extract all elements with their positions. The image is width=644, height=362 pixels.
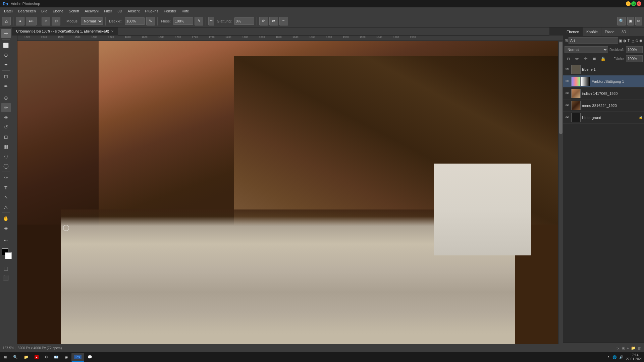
vertical-scrollbar[interactable] — [558, 41, 563, 347]
text-tool[interactable]: T — [1, 183, 11, 192]
screen-mode-btn[interactable]: ⬛ — [1, 273, 11, 283]
blur-tool[interactable]: ◌ — [1, 152, 11, 161]
angle-btn[interactable]: ⟳ — [259, 17, 268, 25]
workspace-btn[interactable]: ▣ — [627, 17, 634, 25]
flow-input[interactable] — [173, 17, 193, 25]
arrange-btn[interactable]: ⧉ — [635, 17, 642, 25]
brush-size-btn[interactable]: ●94 — [26, 17, 37, 25]
canvas-area[interactable]: 1520 1540 1560 1580 1600 1620 1640 1660 … — [12, 36, 563, 352]
tab-close-btn[interactable]: ✕ — [111, 29, 114, 33]
menu-fenster[interactable]: Fenster — [161, 8, 179, 14]
spot-healing-tool[interactable]: ⊕ — [1, 93, 11, 103]
lock-artboard-btn[interactable]: ⊞ — [591, 55, 598, 62]
clone-stamp-tool[interactable]: ⊚ — [1, 113, 11, 122]
menu-bild[interactable]: Bild — [39, 8, 50, 14]
v-scroll-thumb[interactable] — [559, 42, 562, 134]
lock-position-btn[interactable]: ✛ — [582, 55, 589, 62]
menu-plugins[interactable]: Plug-ins — [142, 8, 161, 14]
layer-visibility-farbton[interactable]: 👁 — [565, 79, 570, 84]
taskbar-app1[interactable]: ● — [32, 353, 41, 362]
lock-transparent-btn[interactable]: ⊡ — [565, 55, 572, 62]
extra-tools-btn[interactable]: ••• — [1, 235, 11, 245]
document-tab[interactable]: Unbenannt-1 bei 168% (Farbton/Sättigung … — [12, 27, 118, 36]
filter-text-btn[interactable]: T — [627, 37, 630, 44]
layer-mens[interactable]: 👁 mens-3816224_1920 — [563, 100, 644, 112]
flow-pressure-btn[interactable]: ✎ — [195, 17, 203, 25]
tab-3d[interactable]: 3D — [618, 27, 630, 36]
maximize-button[interactable]: □ — [631, 1, 636, 6]
home-button[interactable]: ⌂ — [2, 17, 11, 25]
menu-schrift[interactable]: Schrift — [66, 8, 82, 14]
quick-mask-btn[interactable]: ⬚ — [1, 263, 11, 273]
extra-btn[interactable]: ⋯ — [279, 17, 288, 25]
path-select-tool[interactable]: ↖ — [1, 192, 11, 202]
taskbar-app4[interactable]: ◉ — [62, 353, 71, 362]
close-button[interactable]: ✕ — [637, 1, 641, 6]
explorer-btn[interactable]: 📁 — [21, 353, 31, 362]
layer-visibility-ebene1[interactable]: 👁 — [565, 67, 570, 72]
taskbar-app3[interactable]: 📧 — [51, 353, 61, 362]
tab-ebenen[interactable]: Ebenen — [563, 27, 583, 36]
filter-pixel-btn[interactable]: ▣ — [619, 37, 622, 44]
menu-filter[interactable]: Filter — [101, 8, 115, 14]
photo-canvas-area[interactable] — [17, 41, 558, 347]
layer-indian[interactable]: 👁 indian-1417065_1920 — [563, 87, 644, 100]
taskbar-app2[interactable]: ⚙ — [42, 353, 51, 362]
layer-hintergrund[interactable]: 👁 Hintergrund 🔒 — [563, 112, 644, 124]
layer-opacity-input[interactable] — [626, 46, 643, 53]
smoothing-input[interactable] — [234, 17, 254, 25]
shape-tool[interactable]: △ — [1, 202, 11, 212]
search-taskbar[interactable]: 🔍 — [10, 353, 20, 362]
marquee-tool[interactable]: ⬜ — [1, 41, 11, 50]
layer-farbton[interactable]: 👁 Farbton/Sättigung 1 — [563, 75, 644, 87]
eraser-tool[interactable]: ◻ — [1, 132, 11, 141]
lasso-tool[interactable]: ⊙ — [1, 50, 11, 60]
magic-wand-tool[interactable]: ✦ — [1, 60, 11, 69]
tab-kanaele[interactable]: Kanäle — [583, 27, 601, 36]
history-brush-tool[interactable]: ↺ — [1, 122, 11, 132]
filter-toggle[interactable]: ◉ — [639, 37, 643, 44]
brush-preset-picker[interactable]: ● — [16, 17, 24, 25]
lock-all-btn[interactable]: 🔒 — [599, 55, 607, 62]
filter-adjustment-btn[interactable]: ◑ — [623, 37, 626, 44]
menu-hilfe[interactable]: Hilfe — [179, 8, 192, 14]
layer-fill-input[interactable] — [626, 55, 643, 62]
menu-auswahl[interactable]: Auswahl — [82, 8, 101, 14]
eyedropper-tool[interactable]: ✒ — [1, 81, 11, 91]
layer-blend-mode[interactable]: Normal — [565, 46, 608, 53]
zoom-tool[interactable]: ⊕ — [1, 224, 11, 233]
menu-ansicht[interactable]: Ansicht — [125, 8, 142, 14]
layer-visibility-indian[interactable]: 👁 — [565, 91, 570, 96]
minimize-button[interactable]: − — [626, 1, 631, 6]
pen-tool[interactable]: ✑ — [1, 173, 11, 182]
lock-pixel-btn[interactable]: ✏ — [573, 55, 581, 62]
menu-datei[interactable]: Datei — [1, 8, 15, 14]
taskbar-app5[interactable]: 💬 — [85, 353, 95, 362]
filter-shape-btn[interactable]: △ — [631, 37, 635, 44]
blend-mode-dropdown[interactable]: Normal — [81, 17, 103, 25]
taskbar-photoshop[interactable]: Ps — [71, 353, 84, 362]
menu-3d[interactable]: 3D — [115, 8, 125, 14]
layer-search-input[interactable] — [569, 37, 618, 44]
toggle-airbrush[interactable]: ○ — [42, 17, 50, 25]
smoothing-btn[interactable]: 〜 — [208, 17, 214, 25]
move-tool[interactable]: ✛ — [1, 29, 11, 38]
layer-visibility-mens[interactable]: 👁 — [565, 103, 570, 108]
search-btn-top[interactable]: 🔍 — [617, 17, 626, 25]
background-color[interactable] — [5, 252, 12, 259]
crop-tool[interactable]: ⊡ — [1, 72, 11, 81]
symmetry-btn[interactable]: ⇌ — [269, 17, 278, 25]
brush-settings[interactable]: ⚙ — [52, 17, 60, 25]
hand-tool[interactable]: ✋ — [1, 214, 11, 223]
filter-smartobj-btn[interactable]: ⊙ — [635, 37, 639, 44]
dodge-tool[interactable]: ◯ — [1, 161, 11, 171]
brush-tool[interactable]: ✏ — [1, 103, 11, 112]
layer-ebene1[interactable]: 👁 Ebene 1 — [563, 63, 644, 75]
opacity-pressure-btn[interactable]: ✎ — [146, 17, 155, 25]
menu-bearbeiten[interactable]: Bearbeiten — [15, 8, 39, 14]
menu-ebene[interactable]: Ebene — [50, 8, 66, 14]
tab-pfade[interactable]: Pfade — [601, 27, 618, 36]
gradient-tool[interactable]: ▦ — [1, 142, 11, 151]
start-button[interactable]: ⊞ — [1, 353, 10, 362]
layer-visibility-hintergrund[interactable]: 👁 — [565, 115, 570, 120]
